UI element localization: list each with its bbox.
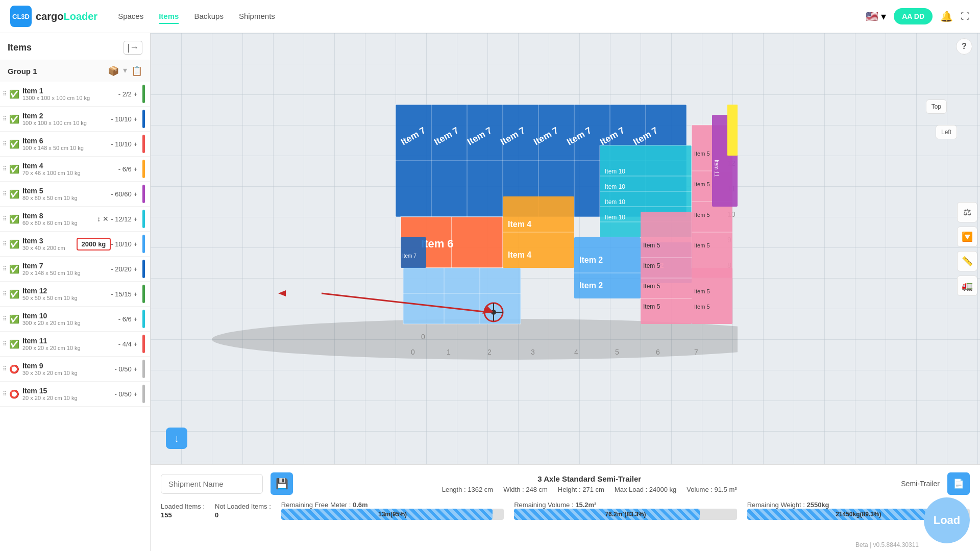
- item-info: Item 3 30 x 40 x 200 cm: [22, 237, 77, 251]
- drag-handle[interactable]: ⠿: [3, 365, 7, 372]
- svg-text:Item 5: Item 5: [694, 151, 710, 157]
- item2-group: Item 2 Item 2: [574, 237, 641, 298]
- item-check-icon[interactable]: ✅: [9, 239, 19, 249]
- item-color-bar: [142, 185, 145, 203]
- user-button[interactable]: AA DD: [894, 8, 933, 24]
- drag-handle[interactable]: ⠿: [3, 390, 7, 397]
- viewport: 0 1 2 3 4 5 6 7 0 8 9 10 11 12 13: [151, 33, 980, 464]
- item-name: Item 5: [22, 187, 111, 195]
- list-item[interactable]: ⠿ ⭕ Item 9 30 x 30 x 20 cm 10 kg - 0/50 …: [0, 357, 150, 382]
- list-item[interactable]: ⠿ ✅ Item 6 100 x 148 x 50 cm 10 kg - 10/…: [0, 132, 150, 157]
- edit-icon[interactable]: ↕: [97, 215, 101, 223]
- item-count: - 2/2 +: [118, 90, 137, 98]
- item-dims: 50 x 50 x 50 cm 10 kg: [22, 295, 111, 301]
- nav-shipments[interactable]: Shipments: [239, 9, 275, 24]
- item-check-icon[interactable]: ⭕: [9, 389, 19, 399]
- drag-handle[interactable]: ⠿: [3, 265, 7, 272]
- item-dims: 70 x 46 x 100 cm 10 kg: [22, 170, 118, 176]
- collapse-button[interactable]: |→: [124, 41, 142, 55]
- drag-handle[interactable]: ⠿: [3, 190, 7, 197]
- item-check-icon[interactable]: ✅: [9, 289, 19, 299]
- item-check-icon[interactable]: ✅: [9, 114, 19, 124]
- drag-handle[interactable]: ⠿: [3, 140, 7, 147]
- svg-text:0: 0: [421, 333, 425, 341]
- item-check-icon[interactable]: ✅: [9, 139, 19, 149]
- weight-tool-button[interactable]: ⚖: [957, 202, 977, 222]
- list-item[interactable]: ⠿ ✅ Item 11 200 x 20 x 20 cm 10 kg - 4/4…: [0, 332, 150, 357]
- list-item[interactable]: ⠿ ✅ Item 4 70 x 46 x 100 cm 10 kg - 6/6 …: [0, 157, 150, 182]
- list-item[interactable]: ⠿ ✅ Item 10 300 x 20 x 20 cm 10 kg - 6/6…: [0, 307, 150, 332]
- item-dims: 30 x 40 x 200 cm: [22, 245, 77, 251]
- item-color-bar: [142, 335, 145, 353]
- trailer-specs: Length : 1362 cm Width : 248 cm Height :…: [301, 486, 878, 493]
- drag-handle[interactable]: ⠿: [3, 290, 7, 297]
- svg-text:Item 5: Item 5: [694, 212, 710, 218]
- svg-text:Item 4: Item 4: [508, 251, 531, 259]
- down-button[interactable]: ↓: [166, 428, 187, 449]
- svg-rect-54: [727, 105, 738, 156]
- drag-handle[interactable]: ⠿: [3, 240, 7, 247]
- pdf-button[interactable]: 📄: [947, 472, 970, 495]
- layers-tool-button[interactable]: 🔽: [957, 227, 977, 247]
- item7-bottom: [401, 237, 426, 268]
- free-meter-progress: Remaining Free Meter : 0.6m 13m(95%): [281, 501, 504, 520]
- flag-icon[interactable]: 🇺🇸 ▾: [866, 10, 887, 22]
- item-dims: 1300 x 100 x 100 cm 10 kg: [22, 95, 118, 101]
- bell-icon[interactable]: 🔔: [940, 10, 953, 22]
- free-meter-bar: 13m(95%): [281, 509, 504, 520]
- truck-tool-button[interactable]: 🚛: [957, 276, 977, 296]
- sidebar: Items |→ Group 1 📦 ▾ 📋 ⠿ ✅ Item 1 1300 x…: [0, 33, 151, 551]
- nav-spaces[interactable]: Spaces: [118, 9, 143, 24]
- item-info: Item 10 300 x 20 x 20 cm 10 kg: [22, 312, 118, 326]
- header: CL 3D cargoLoader Spaces Items Backups S…: [0, 0, 980, 33]
- svg-text:Item 5: Item 5: [643, 283, 660, 290]
- load-button[interactable]: Load: [924, 497, 970, 543]
- list-item[interactable]: ⠿ ⭕ Item 15 20 x 20 x 20 cm 10 kg - 0/50…: [0, 382, 150, 407]
- svg-text:Item 11: Item 11: [714, 160, 719, 177]
- item-info: Item 12 50 x 50 x 50 cm 10 kg: [22, 287, 111, 301]
- drag-handle[interactable]: ⠿: [3, 115, 7, 122]
- item-check-icon[interactable]: ✅: [9, 314, 19, 324]
- nav-backups[interactable]: Backups: [194, 9, 224, 24]
- view-left-button[interactable]: Left: [936, 125, 957, 139]
- nav-items[interactable]: Items: [159, 9, 179, 24]
- list-item[interactable]: ⠿ ✅ Item 2 100 x 100 x 100 cm 10 kg - 10…: [0, 107, 150, 132]
- item-name: Item 12: [22, 287, 111, 295]
- group-copy-icon[interactable]: 📋: [131, 65, 142, 77]
- list-item[interactable]: ⠿ ✅ Item 7 20 x 148 x 50 cm 10 kg - 20/2…: [0, 257, 150, 282]
- bottom-top-row: 💾 3 Axle Standard Semi-Trailer Length : …: [161, 472, 970, 495]
- item-info: Item 11 200 x 20 x 20 cm 10 kg: [22, 337, 118, 351]
- list-item[interactable]: ⠿ ✅ Item 1 1300 x 100 x 100 cm 10 kg - 2…: [0, 82, 150, 107]
- cargo-svg: 0 1 2 3 4 5 6 7 0 8 9 10 11 12 13: [176, 43, 738, 360]
- item-count: - 6/6 +: [118, 315, 137, 323]
- list-item[interactable]: ⠿ ✅ Item 5 80 x 80 x 50 cm 10 kg - 60/60…: [0, 182, 150, 207]
- drag-handle[interactable]: ⠿: [3, 90, 7, 97]
- ruler-tool-button[interactable]: 📏: [957, 251, 977, 271]
- drag-handle[interactable]: ⠿: [3, 340, 7, 347]
- item-check-icon[interactable]: ✅: [9, 264, 19, 274]
- drag-handle[interactable]: ⠿: [3, 315, 7, 322]
- drag-handle[interactable]: ⠿: [3, 165, 7, 172]
- item-check-icon[interactable]: ✅: [9, 164, 19, 174]
- group-add-icon[interactable]: 📦: [108, 65, 119, 77]
- item-check-icon[interactable]: ✅: [9, 89, 19, 99]
- item-check-icon[interactable]: ✅: [9, 339, 19, 349]
- view-top-button[interactable]: Top: [926, 99, 947, 114]
- logo-cl: CL: [12, 13, 21, 20]
- expand-icon[interactable]: ⛶: [961, 11, 970, 22]
- item-dims: 20 x 148 x 50 cm 10 kg: [22, 270, 111, 276]
- save-button[interactable]: 💾: [271, 472, 293, 495]
- item-check-icon[interactable]: ✅: [9, 189, 19, 199]
- list-item[interactable]: ⠿ ✅ Item 3 30 x 40 x 200 cm 2000 kg - 10…: [0, 232, 150, 257]
- item-check-icon[interactable]: ✅: [9, 214, 19, 224]
- shipment-name-input[interactable]: [161, 474, 263, 494]
- drag-handle[interactable]: ⠿: [3, 215, 7, 222]
- list-item[interactable]: ⠿ ✅ Item 8 60 x 80 x 60 cm 10 kg ↕ ✕ - 1…: [0, 207, 150, 232]
- item-count: - 6/6 +: [118, 165, 137, 173]
- delete-icon[interactable]: ✕: [103, 215, 109, 223]
- loaded-items-stat: Loaded Items : 155: [161, 503, 205, 519]
- item-check-icon[interactable]: ⭕: [9, 364, 19, 374]
- help-button[interactable]: ?: [956, 38, 972, 55]
- list-item[interactable]: ⠿ ✅ Item 12 50 x 50 x 50 cm 10 kg - 15/1…: [0, 282, 150, 307]
- bottom-panel: 💾 3 Axle Standard Semi-Trailer Length : …: [151, 464, 980, 551]
